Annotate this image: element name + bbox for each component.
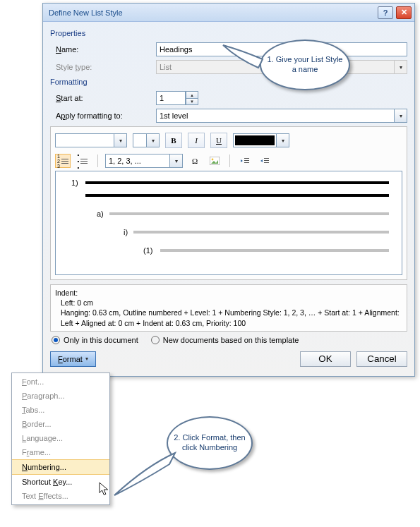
new-documents-radio[interactable]: New documents based on this template [151,336,299,344]
radio-on-icon [52,336,60,344]
callout-2: 2. Click Format, then click Numbering [167,416,253,470]
callout-1: 1. Give your List Style a name [260,40,350,90]
menu-language[interactable]: Language... [12,431,109,445]
close-icon[interactable]: ✕ [396,6,412,19]
preview-level4-number: (1) [143,246,152,255]
titlebar[interactable]: Define New List Style ? ✕ [43,4,414,22]
help-icon[interactable]: ? [378,6,393,19]
style-description: Indent: Left: 0 cm Hanging: 0.63 cm, Out… [50,284,407,332]
cancel-button[interactable]: Cancel [356,351,407,367]
number-style-select[interactable]: 1, 2, 3, ...▾ [105,154,183,168]
menu-effects[interactable]: Text Effects... [12,489,109,503]
spinner-up-icon[interactable]: ▲ [186,91,198,98]
decrease-indent-icon[interactable] [237,154,253,168]
menu-numbering[interactable]: Numbering... [12,459,109,475]
preview-level3-number: i) [124,228,128,236]
preview-level2-number: a) [97,210,104,218]
increase-indent-icon[interactable] [257,154,272,168]
properties-header: Properties [50,29,407,37]
menu-paragraph[interactable]: Paragraph... [12,389,109,403]
startat-input[interactable]: 1 [156,91,186,105]
menu-tabs[interactable]: Tabs... [12,403,109,417]
menu-shortcut[interactable]: Shortcut Key... [12,475,109,489]
font-family-select[interactable]: ▾ [55,133,127,147]
chevron-down-icon[interactable]: ▾ [395,109,407,123]
svg-point-1 [212,159,214,161]
cursor-icon [99,482,112,497]
svg-rect-4 [244,162,249,163]
font-toolbar-group: ▾ ▾ B I U ▾ 123 ••• 1, 2, 3, ...▾ [50,126,407,280]
chevron-down-icon: ▾ [395,60,407,74]
bulleted-list-icon[interactable]: ••• [75,154,90,168]
insert-picture-icon[interactable] [207,154,222,168]
svg-rect-5 [264,158,269,159]
format-button[interactable]: Format▾ [50,351,96,367]
svg-rect-3 [244,160,249,161]
radio-off-icon [151,336,160,344]
startat-label: Start at: [50,94,156,102]
omega-symbol-icon[interactable]: Ω [187,154,203,168]
bold-button[interactable]: B [165,133,182,148]
italic-button[interactable]: I [188,133,205,148]
svg-rect-2 [244,158,249,159]
font-size-select[interactable]: ▾ [133,133,160,147]
name-label: Name: [50,45,156,54]
format-menu: Font... Paragraph... Tabs... Border... L… [11,372,110,505]
color-swatch [235,135,275,145]
ok-button[interactable]: OK [300,351,351,367]
font-color-select[interactable]: ▾ [233,133,289,147]
menu-font[interactable]: Font... [12,375,109,389]
list-preview: 1) a) i) (1) [55,171,402,275]
dialog-title: Define New List Style [49,8,375,17]
preview-level1-number: 1) [71,178,78,187]
applyto-label: Apply formatting to: [50,111,156,120]
svg-rect-6 [264,160,269,161]
underline-button[interactable]: U [210,133,227,148]
applyto-select[interactable]: 1st level [156,109,395,123]
spinner-down-icon[interactable]: ▼ [186,98,198,105]
menu-border[interactable]: Border... [12,417,109,431]
only-this-document-radio[interactable]: Only in this document [52,336,138,344]
menu-frame[interactable]: Frame... [12,445,109,459]
numbered-list-icon[interactable]: 123 [55,154,71,168]
styletype-label: Style type: [50,63,156,71]
svg-rect-7 [264,162,269,163]
